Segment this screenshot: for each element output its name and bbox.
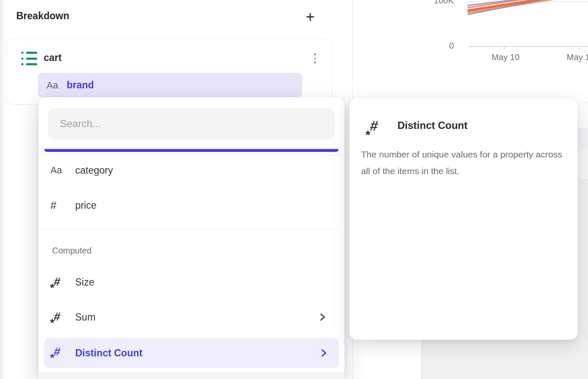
chevron-right-icon [320, 313, 326, 321]
tooltip-title: Distinct Count [397, 120, 467, 131]
dropdown-item-category[interactable]: Aa category [38, 158, 344, 183]
computed-number-icon: #* [50, 345, 70, 361]
breakdown-cart-card: cart Aa brand [6, 38, 332, 105]
dropdown-section-divider [41, 229, 338, 229]
dropdown-item-size[interactable]: #* Size [38, 270, 344, 294]
list-icon [21, 52, 38, 65]
add-breakdown-button[interactable]: + [300, 7, 320, 27]
distinct-count-tooltip: #* Distinct Count The number of unique v… [350, 98, 578, 340]
chevron-right-icon [321, 349, 327, 357]
tooltip-description: The number of unique values for a proper… [361, 146, 564, 179]
x-axis-label-may10: May 10 [488, 52, 523, 62]
computed-number-icon: #* [50, 310, 70, 324]
x-axis-label-may1: May 1 [567, 52, 588, 62]
line-chart [467, 0, 588, 30]
x-axis-line [468, 46, 588, 47]
dropdown-item-sum[interactable]: #* Sum [38, 305, 344, 329]
computed-number-icon: #* [50, 275, 70, 289]
selected-property-brand[interactable]: Aa brand [38, 73, 302, 97]
x-axis-tick [578, 46, 579, 50]
property-dropdown: Aa category # price Computed #* Size #* … [38, 97, 344, 379]
dropdown-item-price[interactable]: # price [38, 193, 344, 218]
selected-property-label: brand [67, 79, 94, 91]
breakdown-section-title: Breakdown [16, 10, 69, 22]
computed-section-label: Computed [52, 246, 91, 256]
text-type-icon: Aa [47, 80, 62, 91]
x-axis-tick [504, 46, 505, 50]
search-box [48, 108, 335, 140]
kebab-menu-icon[interactable] [311, 50, 319, 67]
y-axis-label-0: 0 [439, 41, 454, 51]
dropdown-item-distinct-count[interactable]: #* Distinct Count [44, 338, 339, 368]
selected-item-highlight-edge [44, 149, 338, 152]
left-gutter [0, 0, 6, 379]
cart-list-label: cart [44, 52, 62, 64]
computed-number-icon: #* [366, 118, 384, 136]
text-type-icon: Aa [50, 165, 70, 176]
search-input[interactable] [48, 108, 335, 140]
number-type-icon: # [50, 199, 70, 212]
y-axis-label-100k: 100K [429, 0, 454, 6]
dropdown-footer [38, 373, 344, 379]
dropdown-hairline [38, 155, 344, 155]
